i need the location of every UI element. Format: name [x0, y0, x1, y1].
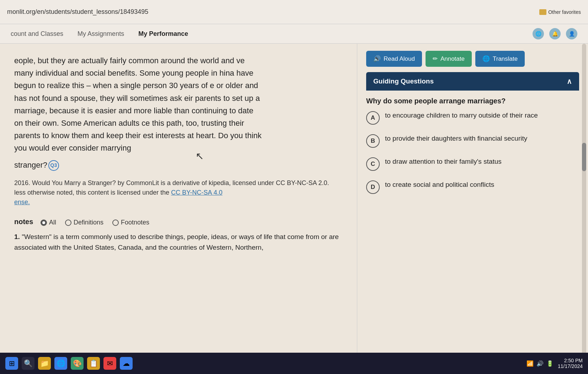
- option-circle-b: B: [366, 134, 380, 148]
- nav-item-my-performance[interactable]: My Performance: [138, 28, 188, 39]
- scrollbar[interactable]: [582, 44, 586, 374]
- taskbar-right: 📶 🔊 🔋 2:50 PM 11/17/2024: [526, 358, 583, 369]
- time: 2:50 PM: [558, 358, 583, 363]
- browser-bar: monlit.org/en/students/student_lessons/1…: [0, 0, 588, 24]
- user-nav-icon[interactable]: 👤: [566, 28, 577, 39]
- option-text-a: to encourage children to marry outside o…: [385, 110, 538, 121]
- nav-right: 🌐 🔔 👤: [533, 28, 577, 39]
- radio-all-label: All: [49, 219, 56, 226]
- taskbar-icon-search[interactable]: 🔍: [22, 357, 34, 370]
- radio-footnotes[interactable]: Footnotes: [112, 219, 149, 226]
- reading-paragraph-1: eople, but they are actually fairly comm…: [14, 54, 263, 155]
- speaker-icon: 🔊: [373, 55, 381, 63]
- stranger-text: stranger?: [14, 161, 47, 169]
- read-aloud-label: Read Aloud: [384, 55, 415, 63]
- q3-badge[interactable]: Q3: [48, 160, 59, 171]
- notes-options: All Definitions Footnotes: [41, 219, 149, 226]
- address-bar[interactable]: monlit.org/en/students/student_lessons/1…: [7, 8, 539, 16]
- nav-item-count-classes[interactable]: count and Classes: [11, 28, 63, 39]
- taskbar-icon-windows[interactable]: ⊞: [5, 357, 18, 370]
- radio-definitions-label: Definitions: [74, 219, 103, 226]
- notes-label-otes: otes: [18, 218, 33, 226]
- guiding-questions-title: Guiding Questions: [373, 77, 434, 85]
- option-circle-c: C: [366, 157, 380, 171]
- answer-option-b[interactable]: B to provide their daughters with financ…: [366, 134, 579, 148]
- notes-label: notes: [14, 218, 35, 226]
- answer-option-d[interactable]: D to create social and political conflic…: [366, 180, 579, 194]
- radio-all-circle: [41, 219, 47, 226]
- pencil-icon: ✏: [433, 55, 438, 63]
- time-display: 2:50 PM 11/17/2024: [558, 358, 583, 369]
- main-content: eople, but they are actually fairly comm…: [0, 44, 588, 374]
- nav-item-my-assignments[interactable]: My Assignments: [77, 28, 124, 39]
- definition-number: 1.: [14, 233, 20, 240]
- radio-definitions[interactable]: Definitions: [65, 219, 103, 226]
- license-link-text[interactable]: ense.: [14, 199, 30, 206]
- action-buttons: 🔊 Read Aloud ✏ Annotate 🌐 Translate: [366, 51, 579, 67]
- answer-option-c[interactable]: C to draw attention to their family's st…: [366, 157, 579, 171]
- guiding-questions-header[interactable]: Guiding Questions ∧: [366, 72, 579, 91]
- right-panel: 🔊 Read Aloud ✏ Annotate 🌐 Translate Guid…: [357, 44, 588, 374]
- reading-panel: eople, but they are actually fairly comm…: [0, 44, 357, 374]
- taskbar-icon-app2[interactable]: 📋: [87, 357, 100, 370]
- annotate-label: Annotate: [440, 55, 465, 63]
- option-letter-d: D: [371, 184, 375, 191]
- notes-label-text: n: [14, 218, 18, 226]
- other-favorites: Other favorites: [539, 9, 581, 15]
- option-text-b: to provide their daughters with financia…: [385, 134, 527, 144]
- battery-icon: 🔋: [546, 360, 554, 367]
- definition-entry: 1. "Western" is a term commonly used to …: [14, 232, 343, 253]
- answer-option-a[interactable]: A to encourage children to marry outside…: [366, 110, 579, 125]
- taskbar-icon-files[interactable]: 📁: [38, 357, 51, 370]
- translate-button[interactable]: 🌐 Translate: [475, 51, 525, 67]
- notes-section: notes All Definitions Footnotes: [14, 214, 343, 227]
- reading-text: eople, but they are actually fairly comm…: [14, 54, 263, 171]
- chevron-up-icon: ∧: [567, 77, 572, 86]
- option-circle-a: A: [366, 111, 380, 125]
- bell-nav-icon[interactable]: 🔔: [549, 28, 561, 39]
- read-aloud-button[interactable]: 🔊 Read Aloud: [366, 51, 422, 67]
- definition-text: "Western" is a term commonly used to des…: [14, 233, 339, 251]
- browser-right: Other favorites: [539, 9, 581, 15]
- annotate-button[interactable]: ✏ Annotate: [426, 51, 472, 67]
- other-favorites-label: Other favorites: [548, 9, 581, 15]
- option-circle-d: D: [366, 180, 380, 194]
- taskbar-icon-cloud[interactable]: ☁: [120, 357, 133, 370]
- taskbar-icon-browser[interactable]: 🌐: [54, 357, 67, 370]
- option-text-c: to draw attention to their family's stat…: [385, 157, 502, 167]
- radio-footnotes-label: Footnotes: [121, 219, 149, 226]
- option-text-d: to create social and political conflicts: [385, 180, 494, 190]
- network-icon: 📶: [526, 360, 534, 367]
- citation-2: less otherwise noted, this content is li…: [14, 188, 343, 197]
- date: 11/17/2024: [558, 363, 583, 369]
- option-letter-b: B: [371, 137, 375, 145]
- option-letter-a: A: [371, 114, 375, 121]
- taskbar-icon-email[interactable]: ✉: [103, 357, 116, 370]
- radio-footnotes-circle: [112, 219, 119, 226]
- question-text: Why do some people arrange marriages?: [366, 97, 579, 105]
- cc-link[interactable]: CC BY-NC-SA 4.0: [171, 189, 222, 196]
- volume-icon: 🔊: [536, 360, 544, 367]
- license-link: ense.: [14, 197, 343, 207]
- reading-stranger-line: stranger?Q3: [14, 159, 263, 171]
- citation-text: 2016. Would You Marry a Stranger? by Com…: [14, 178, 343, 207]
- radio-definitions-circle: [65, 219, 71, 226]
- radio-all[interactable]: All: [41, 219, 56, 226]
- globe-icon: 🌐: [482, 55, 490, 63]
- taskbar: ⊞ 🔍 📁 🌐 🎨 📋 ✉ ☁ 📶 🔊 🔋 2:50 PM 11/17/2024: [0, 353, 588, 374]
- citation-2-prefix: less otherwise noted, this content is li…: [14, 189, 171, 196]
- globe-nav-icon[interactable]: 🌐: [533, 28, 544, 39]
- taskbar-icon-app1[interactable]: 🎨: [71, 357, 84, 370]
- system-tray: 📶 🔊 🔋: [526, 360, 554, 367]
- nav-bar: count and Classes My Assignments My Perf…: [0, 24, 588, 44]
- folder-icon: [539, 9, 546, 15]
- translate-label: Translate: [493, 55, 518, 63]
- citation-1: 2016. Would You Marry a Stranger? by Com…: [14, 178, 343, 188]
- scrollbar-thumb[interactable]: [582, 143, 586, 171]
- option-letter-c: C: [371, 161, 375, 168]
